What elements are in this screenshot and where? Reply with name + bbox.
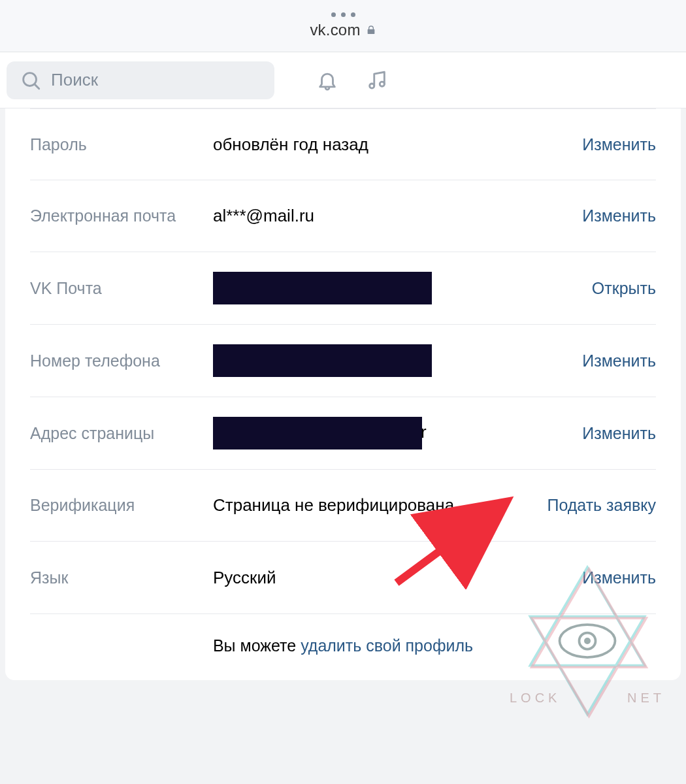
browser-chrome: vk.com [0, 0, 686, 52]
search-input[interactable]: Поиск [7, 61, 274, 99]
row-label: Пароль [30, 135, 213, 154]
watermark-left: LOCK [510, 691, 561, 706]
row-value: обновлён год назад [213, 135, 582, 155]
row-value [213, 272, 592, 304]
row-label: Адрес страницы [30, 424, 213, 443]
lock-icon [366, 25, 376, 35]
row-phone: Номер телефона Изменить [30, 325, 656, 397]
change-page-address-link[interactable]: Изменить [582, 424, 656, 443]
footer: Вы можете удалить свой профиль [30, 613, 656, 680]
search-placeholder: Поиск [51, 70, 98, 90]
row-label: Электронная почта [30, 206, 213, 225]
change-password-link[interactable]: Изменить [582, 135, 656, 154]
delete-profile-link[interactable]: удалить свой профиль [301, 636, 473, 655]
row-value: r [213, 417, 582, 449]
change-language-link[interactable]: Изменить [582, 568, 656, 587]
settings-card: Пароль обновлён год назад Изменить Элект… [5, 108, 681, 680]
row-label: Верификация [30, 496, 213, 515]
value-fragment: r [421, 422, 427, 442]
svg-point-2 [370, 83, 374, 88]
window-dot [341, 12, 346, 17]
app-header: Поиск [0, 52, 686, 108]
row-language: Язык Русский Изменить [30, 542, 656, 613]
domain-text: vk.com [310, 21, 360, 39]
row-email: Электронная почта al***@mail.ru Изменить [30, 180, 656, 252]
row-label: Номер телефона [30, 351, 213, 370]
row-label: Язык [30, 568, 213, 587]
redacted-block [213, 417, 422, 449]
footer-prefix: Вы можете [213, 636, 301, 655]
change-email-link[interactable]: Изменить [582, 206, 656, 225]
change-phone-link[interactable]: Изменить [582, 351, 656, 370]
row-value [213, 344, 582, 377]
header-icons [316, 69, 388, 91]
bell-icon[interactable] [316, 69, 338, 91]
row-label: VK Почта [30, 279, 213, 298]
redacted-block [213, 344, 432, 377]
watermark-right: NET [627, 691, 665, 706]
svg-line-1 [35, 84, 39, 88]
music-icon[interactable] [366, 69, 388, 91]
submit-verification-link[interactable]: Подать заявку [547, 496, 656, 515]
row-page-address: Адрес страницы r Изменить [30, 397, 656, 470]
window-dot [351, 12, 355, 17]
window-dot [331, 12, 336, 17]
window-dots [331, 12, 355, 17]
redacted-block [213, 272, 432, 304]
row-password: Пароль обновлён год назад Изменить [30, 108, 656, 180]
search-icon [20, 69, 42, 91]
row-value: al***@mail.ru [213, 206, 582, 226]
svg-point-3 [380, 82, 384, 86]
row-value: Страница не верифицирована [213, 495, 547, 515]
row-vkmail: VK Почта Открыть [30, 252, 656, 325]
row-verification: Верификация Страница не верифицирована П… [30, 470, 656, 542]
address-bar[interactable]: vk.com [310, 21, 376, 39]
open-vkmail-link[interactable]: Открыть [592, 279, 656, 298]
row-value: Русский [213, 568, 582, 588]
